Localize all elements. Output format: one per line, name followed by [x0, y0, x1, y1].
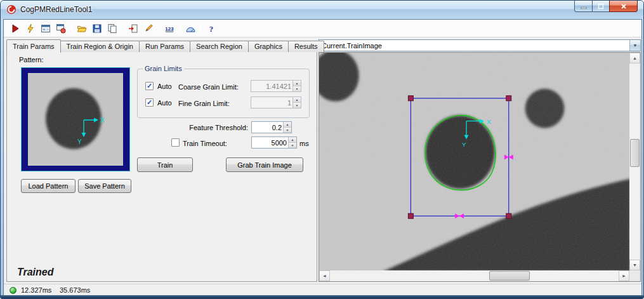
vertical-scroll-thumb[interactable]: [630, 139, 640, 167]
window-frame-bottom: [1, 295, 643, 298]
coarse-grain-limit-spinner: ▲▼: [251, 80, 301, 92]
minimize-icon: [581, 3, 587, 10]
run-icon: [10, 23, 20, 34]
scroll-up-arrow[interactable]: ▲: [629, 53, 640, 63]
grab-train-image-button[interactable]: Grab Train Image: [226, 157, 303, 172]
lightning-icon: [25, 23, 36, 34]
run-button[interactable]: [8, 21, 23, 36]
open-folder-icon: [77, 23, 87, 34]
coarse-auto-checkbox[interactable]: ✓: [145, 82, 154, 90]
train-timeout-spinner: ▲▼: [251, 136, 297, 149]
help-icon: ?: [206, 23, 216, 34]
coarse-grain-limit-label: Coarse Grain Limit:: [178, 83, 239, 91]
toolbar-separator: [180, 22, 180, 35]
x-axis-label: X: [487, 118, 491, 125]
timeout-spin-down[interactable]: ▼: [289, 142, 296, 148]
vertical-scrollbar[interactable]: ▲ ▼: [629, 53, 640, 270]
train-image-scene[interactable]: X Y: [319, 53, 629, 270]
tab-run-params[interactable]: Run Params: [139, 41, 190, 52]
tab-search-region[interactable]: Search Region: [190, 41, 249, 52]
fine-auto-label: Auto: [157, 99, 172, 107]
train-image-display[interactable]: X Y ▲ ▼ ◄ ►: [319, 52, 641, 282]
import-image-button[interactable]: [126, 21, 141, 36]
toolbar-separator: [200, 22, 201, 35]
svg-text:123: 123: [165, 25, 174, 31]
svg-text:?: ?: [209, 24, 214, 34]
check-icon: ✓: [147, 83, 152, 90]
pattern-x-axis-label: X: [100, 117, 105, 124]
train-button[interactable]: Train: [137, 157, 193, 172]
load-pattern-button[interactable]: Load Pattern: [21, 179, 76, 193]
close-button[interactable]: [609, 1, 638, 12]
numbers-123-icon: 123: [164, 23, 174, 34]
feature-threshold-field[interactable]: [252, 122, 283, 133]
minimize-button[interactable]: [574, 1, 592, 12]
coarse-spin-down[interactable]: ▼: [293, 86, 301, 91]
coarse-spin-up[interactable]: ▲: [293, 81, 301, 86]
save-icon: [92, 23, 102, 34]
tab-train-region-origin[interactable]: Train Region & Origin: [60, 41, 140, 52]
threshold-spin-up[interactable]: ▲: [284, 122, 291, 127]
threshold-spin-down[interactable]: ▼: [284, 127, 291, 133]
pixel-values-button[interactable]: 123: [162, 21, 177, 36]
feature-threshold-spinner: ▲▼: [251, 121, 292, 133]
status-time-2: 35.673ms: [60, 286, 90, 294]
fine-auto-checkbox[interactable]: ✓: [145, 98, 154, 107]
edit-graphics-button[interactable]: [141, 21, 156, 36]
timeout-spin-up[interactable]: ▲: [289, 137, 296, 142]
train-timeout-field[interactable]: [252, 137, 288, 148]
app-window: CogPMRedLineTool1: [0, 0, 644, 299]
fine-grain-limit-field: [251, 97, 292, 108]
pattern-display[interactable]: X Y: [21, 67, 130, 171]
save-file-button[interactable]: [89, 21, 105, 36]
electric-run-button[interactable]: [23, 21, 38, 36]
titlebar[interactable]: CogPMRedLineTool1: [1, 1, 643, 18]
fine-grain-limit-label: Fine Grain Limit:: [178, 100, 230, 107]
scroll-right-arrow[interactable]: ►: [619, 270, 629, 281]
scrollbar-corner: [629, 270, 640, 281]
window-controls: [574, 1, 638, 12]
trained-status: Trained: [17, 267, 54, 278]
open-file-button[interactable]: [74, 21, 89, 36]
float-display-icon: [56, 23, 66, 34]
copy-tool-button[interactable]: [105, 21, 120, 36]
fine-grain-limit-spinner: ▲▼: [251, 96, 301, 109]
pencil-icon: [143, 23, 154, 34]
y-axis-label: Y: [462, 141, 466, 148]
tab-strip: Train Params Train Region & Origin Run P…: [6, 39, 324, 52]
toolbar-separator: [159, 22, 159, 35]
status-time-1: 12.327ms: [21, 286, 51, 294]
feature-threshold-label: Feature Threshold:: [134, 124, 248, 131]
dropdown-arrow-icon[interactable]: ▼: [629, 40, 640, 51]
train-timeout-checkbox[interactable]: [171, 138, 180, 147]
train-timeout-label: Train Timeout:: [183, 140, 227, 147]
coarse-auto-label: Auto: [157, 83, 172, 90]
scroll-down-arrow[interactable]: ▼: [629, 260, 640, 270]
coarse-grain-limit-field: [251, 81, 292, 91]
save-pattern-button[interactable]: Save Pattern: [78, 179, 131, 193]
fine-spin-up[interactable]: ▲: [293, 97, 301, 102]
pattern-label: Pattern:: [19, 56, 44, 63]
horizontal-scrollbar[interactable]: ◄ ►: [319, 270, 629, 281]
import-icon: [128, 23, 138, 34]
tab-train-params[interactable]: Train Params: [6, 39, 61, 53]
maximize-button[interactable]: [592, 1, 609, 12]
help-button[interactable]: ?: [204, 21, 219, 36]
image-selector-dropdown[interactable]: Current.TrainImage ▼: [319, 39, 641, 51]
client-area: 123 ? Train Params Train Region & O: [3, 19, 642, 296]
check-icon: ✓: [147, 99, 152, 106]
horizontal-scroll-thumb[interactable]: [489, 271, 530, 281]
toolbar: 123 ?: [4, 20, 641, 37]
scroll-left-arrow[interactable]: ◄: [319, 270, 330, 281]
show-result-display-button[interactable]: [38, 21, 53, 36]
float-result-display-button[interactable]: [53, 21, 69, 36]
pattern-y-axis-label: Y: [77, 138, 82, 145]
measure-angle-button[interactable]: [183, 21, 198, 36]
tab-results[interactable]: Results: [288, 41, 324, 52]
train-params-page: Pattern: X Y Load Pattern Save Pattern: [6, 51, 317, 282]
protractor-icon: [185, 23, 195, 34]
fine-spin-down[interactable]: ▼: [293, 102, 301, 108]
toolbar-separator: [71, 22, 72, 35]
window-title: CogPMRedLineTool1: [20, 5, 92, 14]
tab-graphics[interactable]: Graphics: [248, 41, 289, 52]
